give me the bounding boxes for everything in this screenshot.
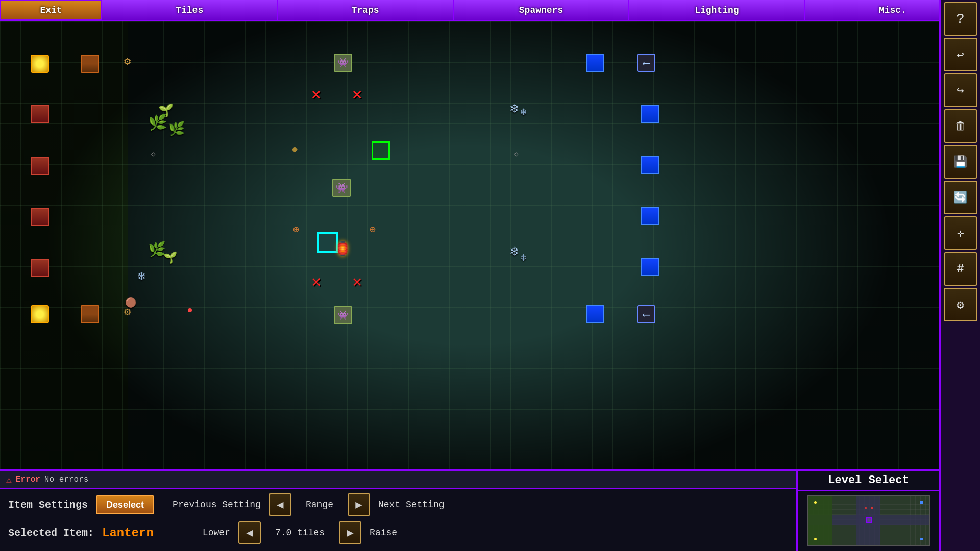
blue-box-r4[interactable]: [641, 258, 659, 276]
raise-label: Raise: [370, 528, 397, 538]
wall-red-1[interactable]: [31, 105, 49, 123]
map-grid: [0, 21, 939, 469]
grass-sprite-5: 🌱: [163, 251, 177, 265]
level-minimap[interactable]: × ×: [807, 495, 930, 546]
error-icon: ⚠: [6, 474, 12, 485]
minimap-blue-1: [920, 501, 923, 504]
delete-button[interactable]: 🗑: [944, 109, 977, 143]
minimap-x-2: ×: [871, 506, 873, 510]
deco-center-2: ⊕: [370, 223, 376, 236]
minimap-lantern-1: [814, 501, 817, 504]
deselect-button[interactable]: Deselect: [96, 495, 154, 514]
grass-sprite-2: 🌱: [158, 103, 174, 118]
minimap-blue-2: [920, 538, 923, 540]
minimap-cursor: [866, 517, 872, 523]
level-select-panel: Level Select × ×: [796, 469, 939, 551]
grass-sprite-br-1: 🟤: [125, 297, 136, 308]
chest-bottom-1[interactable]: [81, 305, 99, 323]
blue-box-tr[interactable]: [586, 54, 604, 72]
icicle-left-1: ❄: [138, 269, 145, 284]
top-navigation: Exit Tiles Traps Spawners Lighting Misc.: [0, 0, 980, 21]
error-label: Error: [16, 475, 40, 484]
next-setting-label: Next Setting: [378, 499, 445, 510]
lantern-cursor: 🏮: [334, 241, 351, 257]
deco-center-1: ⊕: [293, 223, 299, 236]
level-select-title: Level Select: [798, 471, 939, 491]
arrow-btn-bottom[interactable]: ⟵: [637, 305, 655, 323]
next-setting-button[interactable]: ▶: [348, 493, 370, 516]
crystal-right-2: ❄: [521, 106, 527, 118]
error-message: No errors: [44, 475, 88, 484]
mob-bottom[interactable]: 👾: [334, 306, 352, 324]
wall-red-3[interactable]: [31, 208, 49, 226]
map-canvas[interactable]: 🌿 🌱 🌿 🌿 🌱 ❄ ❄ ❄ ❄ ❄ ⚙ ✕ ✕ ✕ ✕ 👾 👾: [0, 21, 939, 469]
help-button[interactable]: ?: [944, 2, 977, 36]
load-button[interactable]: 🔄: [944, 181, 977, 214]
deco-small-2: ◇: [151, 149, 155, 158]
raise-button[interactable]: ▶: [339, 521, 361, 544]
selected-item-value: Lantern: [102, 526, 154, 540]
x-mark-4: ✕: [352, 271, 362, 292]
deco-small-3: ◇: [514, 149, 518, 158]
crystal-right-1: ❄: [510, 101, 519, 117]
save-button[interactable]: 💾: [944, 145, 977, 179]
arrow-btn-top[interactable]: ⟵: [637, 54, 655, 72]
wall-red-4[interactable]: [31, 259, 49, 277]
blue-box-r3[interactable]: [641, 207, 659, 225]
blue-box-r1[interactable]: [641, 105, 659, 123]
red-dot-bottom: [188, 308, 192, 312]
crystal-right-3: ❄: [510, 243, 519, 260]
tiles-button[interactable]: Tiles: [102, 0, 278, 20]
mob-center[interactable]: 👾: [332, 179, 351, 197]
lantern-bottom-left[interactable]: [31, 305, 49, 323]
lower-button[interactable]: ◀: [238, 521, 261, 544]
grid-button[interactable]: #: [944, 252, 977, 286]
spawners-button[interactable]: Spawners: [454, 0, 629, 20]
blue-box-br[interactable]: [586, 305, 604, 323]
prev-setting-label: Previous Setting: [173, 499, 261, 510]
wall-red-2[interactable]: [31, 157, 49, 175]
tiles-value: 7.0 tiles: [275, 528, 325, 538]
exit-button[interactable]: Exit: [0, 0, 102, 20]
grass-sprite-3: 🌿: [168, 121, 185, 137]
minimap-grass-left: [808, 496, 832, 545]
deco-top-1: ⚙: [124, 55, 131, 68]
prev-setting-button[interactable]: ◀: [269, 493, 291, 516]
minimap-x-1: ×: [865, 506, 867, 510]
item-settings-label: Item Settings: [8, 499, 88, 511]
x-mark-3: ✕: [311, 271, 321, 292]
redo-button[interactable]: ↪: [944, 73, 977, 107]
lantern-top-left[interactable]: [31, 55, 49, 73]
minimap-lantern-2: [814, 538, 817, 540]
chest-top-1[interactable]: [81, 55, 99, 73]
settings-button[interactable]: ⚙: [944, 288, 977, 321]
mob-top[interactable]: 👾: [334, 54, 352, 72]
map-container[interactable]: 🌿 🌱 🌿 🌿 🌱 ❄ ❄ ❄ ❄ ❄ ⚙ ✕ ✕ ✕ ✕ 👾 👾: [0, 21, 939, 469]
undo-button[interactable]: ↩: [944, 38, 977, 71]
blue-box-r2[interactable]: [641, 156, 659, 174]
traps-button[interactable]: Traps: [278, 0, 453, 20]
crystal-right-4: ❄: [521, 251, 527, 264]
range-label: Range: [306, 499, 333, 510]
deco-small-1: ◆: [292, 143, 298, 155]
selected-item-label: Selected Item:: [8, 527, 94, 539]
right-sidebar: ? ↩ ↪ 🗑 💾 🔄 ✛ # ⚙: [939, 0, 980, 551]
x-mark-1: ✕: [311, 84, 321, 105]
lighting-button[interactable]: Lighting: [629, 0, 805, 20]
green-selection-box[interactable]: [372, 141, 390, 160]
move-button[interactable]: ✛: [944, 216, 977, 250]
lower-label: Lower: [203, 528, 230, 538]
x-mark-2: ✕: [352, 84, 362, 105]
